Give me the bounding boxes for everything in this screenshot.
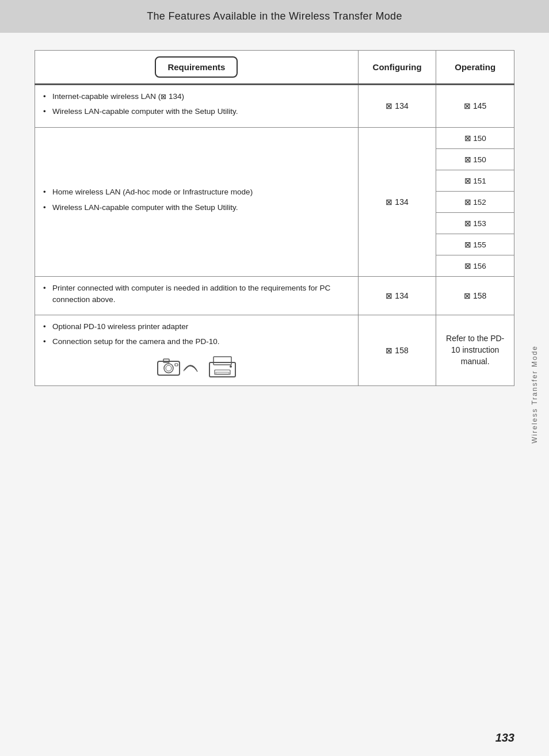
table-row: Printer connected with computer is neede…	[35, 276, 514, 315]
svg-rect-8	[216, 372, 229, 374]
svg-rect-6	[214, 357, 231, 365]
operating-header: Operating	[436, 51, 514, 85]
configuring-header-label: Configuring	[373, 62, 422, 72]
requirements-list-1: Internet-capable wireless LAN (⊠ 134) Wi…	[43, 91, 350, 118]
configuring-ref-value: ⊠ 134	[386, 197, 408, 207]
operating-header-label: Operating	[455, 62, 495, 72]
list-item: Home wireless LAN (Ad-hoc mode or Infras…	[43, 186, 350, 198]
page-number: 133	[495, 731, 514, 744]
list-item: Connection setup for the camera and the …	[43, 336, 350, 348]
list-item: Optional PD-10 wireless printer adapter	[43, 321, 350, 333]
requirements-cell-2: Home wireless LAN (Ad-hoc mode or Infras…	[35, 127, 359, 276]
printer-icon	[207, 354, 238, 380]
operating-ref-3: ⊠ 158	[436, 276, 514, 315]
features-table: Requirements Configuring Operating Inter…	[35, 50, 514, 386]
sidebar-container: Wireless Transfer Mode	[526, 148, 543, 641]
list-item: Wireless LAN-capable computer with the S…	[43, 202, 350, 213]
requirements-cell-4: Optional PD-10 wireless printer adapter …	[35, 315, 359, 386]
op-sub-3: ⊠ 151	[436, 170, 514, 192]
op-sub-5: ⊠ 153	[436, 213, 514, 234]
configuring-ref-3: ⊠ 134	[358, 276, 436, 315]
requirements-list-4: Optional PD-10 wireless printer adapter …	[43, 321, 350, 348]
operating-subcells-2: ⊠ 150 ⊠ 150 ⊠ 151 ⊠ 152 ⊠ 153 ⊠ 155 ⊠ 15…	[436, 127, 514, 276]
requirements-cell-1: Internet-capable wireless LAN (⊠ 134) Wi…	[35, 85, 359, 128]
operating-ref-value: ⊠ 145	[464, 101, 486, 110]
operating-ref-value: Refer to the PD-10 instruction manual.	[446, 334, 504, 365]
op-sub-1: ⊠ 150	[436, 128, 514, 149]
requirements-header: Requirements	[35, 51, 359, 85]
configuring-header: Configuring	[358, 51, 436, 85]
requirements-list-2: Home wireless LAN (Ad-hoc mode or Infras…	[43, 186, 350, 213]
list-item: Internet-capable wireless LAN (⊠ 134)	[43, 91, 350, 102]
svg-point-9	[230, 365, 232, 368]
wireless-icon	[184, 357, 207, 377]
requirements-cell-3: Printer connected with computer is neede…	[35, 276, 359, 315]
configuring-ref-value: ⊠ 134	[386, 101, 408, 110]
requirements-header-label: Requirements	[155, 56, 238, 78]
camera-printer-illustration	[43, 354, 350, 380]
operating-ref-4: Refer to the PD-10 instruction manual.	[436, 315, 514, 386]
op-sub-4: ⊠ 152	[436, 192, 514, 213]
table-row: Optional PD-10 wireless printer adapter …	[35, 315, 514, 386]
op-sub-7: ⊠ 156	[436, 255, 514, 276]
svg-point-2	[166, 365, 171, 371]
configuring-ref-1: ⊠ 134	[358, 85, 436, 128]
svg-point-1	[164, 364, 173, 373]
page-content: Requirements Configuring Operating Inter…	[0, 33, 549, 756]
svg-rect-4	[175, 364, 178, 366]
table-row: Internet-capable wireless LAN (⊠ 134) Wi…	[35, 85, 514, 128]
list-item: Wireless LAN-capable computer with the S…	[43, 106, 350, 117]
operating-ref-1: ⊠ 145	[436, 85, 514, 128]
op-sub-6: ⊠ 155	[436, 234, 514, 255]
op-sub-2: ⊠ 150	[436, 149, 514, 170]
camera-icon	[155, 357, 184, 377]
page-header: The Features Available in the Wireless T…	[0, 0, 549, 33]
page-title: The Features Available in the Wireless T…	[147, 10, 402, 22]
requirements-list-3: Printer connected with computer is neede…	[43, 282, 350, 306]
configuring-ref-2: ⊠ 134	[358, 127, 436, 276]
table-row: Home wireless LAN (Ad-hoc mode or Infras…	[35, 127, 514, 276]
configuring-ref-value: ⊠ 158	[386, 346, 408, 355]
configuring-ref-value: ⊠ 134	[386, 291, 408, 300]
list-item: Printer connected with computer is neede…	[43, 282, 350, 306]
operating-ref-value: ⊠ 158	[464, 291, 486, 300]
configuring-ref-4: ⊠ 158	[358, 315, 436, 386]
sidebar-label: Wireless Transfer Mode	[531, 345, 539, 444]
